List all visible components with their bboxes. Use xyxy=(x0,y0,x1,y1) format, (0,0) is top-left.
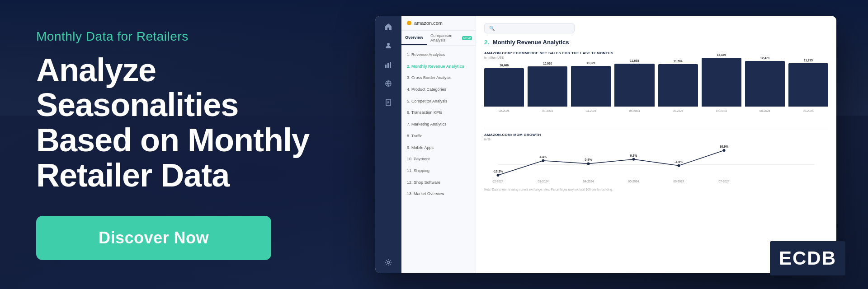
bar-month: 04-2024 xyxy=(585,109,596,112)
bar-group: 13,44907-2024 xyxy=(702,53,741,112)
nav-item-9[interactable]: 9. Mobile Apps xyxy=(401,142,476,154)
svg-point-17 xyxy=(587,162,590,165)
bar-group: 12,47308-2024 xyxy=(745,56,785,112)
svg-text:4.4%: 4.4% xyxy=(540,155,547,158)
bar-rect xyxy=(571,66,611,107)
nav-tabs: Overview Comparison Analysis NEW xyxy=(401,31,476,46)
svg-text:02-2024: 02-2024 xyxy=(493,180,504,183)
bar-month: 03-2024 xyxy=(542,109,553,112)
person-icon[interactable] xyxy=(383,40,394,51)
bar-group: 11,50406-2024 xyxy=(658,60,698,112)
right-panel: amazon.com Overview Comparison Analysis … xyxy=(362,16,868,273)
nav-item-4[interactable]: 4. Product Categories xyxy=(401,84,476,96)
tab-comparison[interactable]: Comparison Analysis NEW xyxy=(427,31,476,45)
bar-rect xyxy=(702,58,741,107)
svg-text:-13.2%: -13.2% xyxy=(493,170,503,173)
nav-item-11[interactable]: 11. Shipping xyxy=(401,165,476,177)
bar-month: 06-2024 xyxy=(673,109,684,112)
nav-items: 1. Revenue Analytics 2. Monthly Revenue … xyxy=(401,46,476,273)
nav-item-6[interactable]: 6. Transaction KPIs xyxy=(401,107,476,119)
svg-text:05-2024: 05-2024 xyxy=(628,180,639,183)
line-chart-title: AMAZON.COM: MOM GROWTH xyxy=(484,133,828,137)
bar-month: 05-2024 xyxy=(629,109,640,112)
nav-item-7[interactable]: 7. Marketing Analytics xyxy=(401,119,476,131)
ui-window: amazon.com Overview Comparison Analysis … xyxy=(375,16,836,273)
ecdb-text: ECDB xyxy=(779,247,836,269)
nav-item-3[interactable]: 3. Cross Border Analysis xyxy=(401,72,476,84)
svg-text:0.8%: 0.8% xyxy=(585,158,593,161)
bar-value: 11,693 xyxy=(630,59,639,62)
ecdb-logo: ECDB xyxy=(770,241,845,275)
bar-group: 11,69305-2024 xyxy=(614,59,654,112)
bar-rect xyxy=(658,64,698,107)
nav-item-1[interactable]: 1. Revenue Analytics xyxy=(401,49,476,61)
svg-point-26 xyxy=(723,149,726,152)
nav-item-10[interactable]: 10. Payment xyxy=(401,154,476,165)
bar-value: 13,449 xyxy=(717,53,726,56)
search-bar[interactable]: 🔍 xyxy=(484,23,575,33)
bar-month: 07-2024 xyxy=(716,109,727,112)
nav-panel: amazon.com Overview Comparison Analysis … xyxy=(401,16,476,273)
bar-value: 10,930 xyxy=(543,62,552,65)
bar-rect xyxy=(528,66,567,107)
bar-group: 11,02104-2024 xyxy=(571,61,611,112)
svg-point-0 xyxy=(387,43,390,46)
sidebar xyxy=(375,16,401,273)
bar-chart: 10,46602-202410,93003-202411,02104-20241… xyxy=(484,63,828,121)
svg-point-23 xyxy=(678,164,680,167)
svg-point-20 xyxy=(632,158,635,161)
svg-text:-1.6%: -1.6% xyxy=(675,160,683,163)
main-title: Analyze Seasonalities Based on Monthly R… xyxy=(36,53,326,193)
svg-text:16.9%: 16.9% xyxy=(720,145,729,148)
bar-month: 08-2024 xyxy=(760,109,770,112)
bar-value: 10,466 xyxy=(500,64,509,67)
svg-text:04-2024: 04-2024 xyxy=(583,180,594,183)
bar-value: 12,473 xyxy=(760,56,769,60)
subtitle: Monthly Data for Retailers xyxy=(36,29,326,44)
bar-group: 10,46602-2024 xyxy=(484,64,524,112)
svg-rect-1 xyxy=(385,65,387,68)
nav-item-8[interactable]: 8. Traffic xyxy=(401,131,476,142)
company-name: amazon.com xyxy=(414,20,443,26)
bar-chart-title: AMAZON.COM: ECOMMERCE NET SALES FOR THE … xyxy=(484,51,828,55)
bar-value: 11,504 xyxy=(674,60,683,63)
settings-icon[interactable] xyxy=(383,257,394,268)
line-chart-subtitle: in % xyxy=(484,138,828,141)
chart-icon[interactable] xyxy=(383,59,394,70)
svg-text:06-2024: 06-2024 xyxy=(674,180,684,183)
chart-note: Note: Data shown is using current exchan… xyxy=(484,188,828,191)
bar-month: 09-2024 xyxy=(803,109,814,112)
discover-now-button[interactable]: Discover Now xyxy=(36,216,271,260)
line-chart-area: AMAZON.COM: MOM GROWTH in % -13.2%02-202… xyxy=(484,128,828,191)
main-content: 🔍 2. Monthly Revenue Analytics AMAZON.CO… xyxy=(476,16,836,273)
svg-text:6.1%: 6.1% xyxy=(630,154,638,157)
svg-point-11 xyxy=(497,174,500,177)
nav-item-5[interactable]: 5. Competitor Analysis xyxy=(401,96,476,107)
svg-point-9 xyxy=(387,261,390,264)
tab-overview[interactable]: Overview xyxy=(401,31,427,45)
home-icon[interactable] xyxy=(383,21,394,32)
svg-text:07-2024: 07-2024 xyxy=(719,180,730,183)
section-title: 2. Monthly Revenue Analytics xyxy=(484,39,828,46)
bar-rect xyxy=(614,64,654,107)
bar-month: 02-2024 xyxy=(499,109,509,112)
bar-group: 10,93003-2024 xyxy=(528,62,567,112)
svg-point-14 xyxy=(542,159,545,162)
nav-item-2[interactable]: 2. Monthly Revenue Analytics xyxy=(401,61,476,73)
line-chart-svg: -13.2%02-20244.4%03-20240.8%04-20246.1%0… xyxy=(484,144,828,184)
svg-rect-2 xyxy=(387,63,389,68)
bar-value: 11,785 xyxy=(804,59,813,62)
nav-item-12[interactable]: 12. Shop Software xyxy=(401,177,476,189)
new-badge: NEW xyxy=(462,36,472,40)
bar-rect xyxy=(484,68,524,107)
search-icon: 🔍 xyxy=(489,26,495,31)
bar-chart-area: AMAZON.COM: ECOMMERCE NET SALES FOR THE … xyxy=(484,51,828,121)
globe-icon[interactable] xyxy=(383,78,394,89)
svg-text:03-2024: 03-2024 xyxy=(538,180,549,183)
svg-rect-3 xyxy=(390,62,391,68)
bar-rect xyxy=(745,61,785,107)
document-icon[interactable] xyxy=(383,97,394,108)
bar-rect xyxy=(788,63,828,107)
nav-item-13[interactable]: 13. Market Overview xyxy=(401,188,476,200)
left-content: Monthly Data for Retailers Analyze Seaso… xyxy=(0,2,362,287)
